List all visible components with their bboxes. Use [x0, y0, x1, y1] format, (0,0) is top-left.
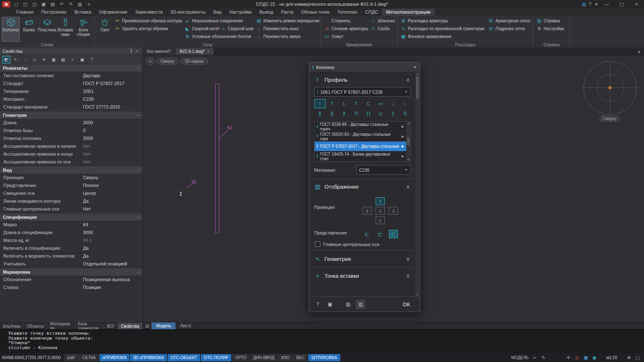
ribbon-tab-metal-structures[interactable]: Металлоконструкции — [382, 9, 434, 16]
command-line[interactable]: Укажите точку вставки колонны: Укажите к… — [0, 329, 644, 355]
help-button[interactable]: ▥ Справка — [536, 17, 567, 25]
ribbon-tab-point-clouds[interactable]: Облака точек — [298, 9, 334, 16]
property-section-header[interactable]: Реквизиты− — [0, 64, 142, 72]
pile-insert-button[interactable]: Вставка сваи — [56, 17, 74, 42]
apply-icon[interactable]: ✓ — [69, 56, 77, 64]
assembly-block-button[interactable]: Блок сборки — [74, 17, 92, 42]
scroll-up-icon[interactable]: ▲ — [407, 122, 410, 125]
app-logo-icon[interactable]: ▦ — [2, 1, 10, 7]
scroll-down-icon[interactable]: ▼ — [407, 159, 410, 161]
open-file-icon[interactable]: ◰ — [22, 1, 28, 7]
pin-tie-button[interactable]: ∩ Шпилька — [370, 17, 395, 25]
ribbon-tab-constraints[interactable]: Зависимости — [131, 9, 166, 16]
toggle-snap-step[interactable]: ШАГ — [64, 354, 78, 361]
toggle-ortho[interactable]: ОРТО — [232, 354, 249, 361]
filter-icon[interactable]: ▧ — [59, 56, 67, 64]
options-icon[interactable]: ▣ — [78, 56, 86, 64]
projection-left-icon[interactable]: ▯ — [362, 207, 372, 215]
save-all-icon[interactable]: ▣ — [40, 1, 47, 7]
expand-arrow-icon[interactable]: ▶ — [402, 144, 404, 148]
pick-object-icon[interactable]: ↖ — [12, 56, 20, 64]
help-icon[interactable]: ? — [88, 56, 96, 64]
profile-shape-channel[interactable]: С — [363, 99, 374, 108]
model-tab[interactable]: Модель — [152, 322, 175, 329]
property-section-header[interactable]: Маркировка− — [0, 268, 142, 276]
rebar-button[interactable]: ∙ Стержень — [324, 17, 368, 25]
property-value[interactable]: Позиционная выноска — [80, 276, 142, 284]
tab-project-manager[interactable]: Менеджер пр... — [47, 323, 75, 329]
property-value[interactable]: Да — [80, 245, 142, 252]
rebar-section-button[interactable]: ⊙ Сечение арматуры — [324, 25, 368, 33]
viewport-menu-control[interactable]: + — [146, 58, 154, 65]
expand-arrow-icon[interactable]: ▶ — [402, 125, 404, 128]
dialog-scrollbar[interactable]: ▲ ▼ — [415, 72, 419, 296]
property-value[interactable]: 0 — [80, 127, 142, 135]
customize-menu-icon[interactable]: ≡ — [86, 1, 92, 7]
profile-shape-sigma[interactable]: S — [400, 109, 411, 118]
undo-icon[interactable]: ↶ — [59, 1, 65, 7]
new-file-icon[interactable]: ▢ — [13, 1, 19, 7]
document-tab-active[interactable]: Ф21.9-1.dwg* × — [175, 48, 214, 55]
change-overlap-mode-button[interactable]: ▤ Изменить режим перекрытия — [256, 17, 318, 25]
selection-cycling-icon[interactable]: ◉ — [592, 355, 597, 360]
settings-button[interactable]: ⚙ Настройки — [536, 25, 567, 33]
expand-arrow-icon[interactable]: ▶ — [402, 135, 404, 138]
ribbon-tab-insert[interactable]: Вставка — [71, 9, 95, 16]
view-direction-control[interactable]: Сверху — [156, 58, 178, 65]
property-section-header[interactable]: Вид− — [0, 166, 142, 174]
rebar-mesh-button[interactable]: ⊞ Арматурная сетка — [488, 17, 530, 25]
move-up-button[interactable]: ↑ Переместить вверх — [256, 33, 318, 40]
minimize-button[interactable]: — — [599, 0, 614, 8]
layout-by-path-button[interactable]: ∿ Раскладка по произвольной траектории — [400, 25, 485, 33]
tab-element-base[interactable]: База элементов — [75, 323, 104, 329]
annotate-icon[interactable]: ✎ — [541, 355, 546, 360]
titlebar-dropdown-icon[interactable]: ▾ — [593, 1, 599, 7]
standard-item[interactable]: I ГОСТ 19425-74 - Балки двутавровые стал… — [315, 151, 406, 161]
ribbon-tab-topoplan[interactable]: Топоплан — [334, 9, 361, 16]
visual-style-control[interactable]: 2D-каркас — [180, 58, 208, 65]
dialog-titlebar[interactable]: I Колонна × — [309, 62, 420, 72]
profile-shape-channel-pair-out[interactable]: ][ — [314, 109, 326, 118]
quick-select-icon[interactable]: ◩ — [2, 56, 10, 64]
profile-shape-ibeam[interactable]: I — [314, 99, 326, 108]
property-section-header[interactable]: Геометрия− — [0, 111, 142, 119]
property-section-header[interactable]: Спецификация− — [0, 213, 142, 221]
notes-view-icon[interactable]: ▥ — [356, 300, 365, 309]
scrollbar-thumb[interactable] — [407, 138, 410, 145]
tab-properties[interactable]: Свойства — [118, 323, 142, 329]
property-value[interactable]: Отдельной позицией — [80, 260, 142, 268]
monitor-icon[interactable]: ▥ — [77, 1, 83, 7]
scrollbar-thumb[interactable] — [416, 76, 419, 99]
match-properties-icon[interactable]: ✦ — [40, 56, 48, 64]
profile-shape-ibeam-pair[interactable]: Ⅱ — [339, 109, 350, 118]
ribbon-tab-spds[interactable]: СПДС — [362, 9, 382, 16]
property-value[interactable]: К4 — [80, 221, 142, 229]
paper-space-icon[interactable]: ▱ — [532, 355, 537, 360]
tab-list-dropdown-icon[interactable]: ▾ — [634, 50, 644, 55]
help-icon[interactable]: ? — [587, 1, 593, 7]
arbitrary-contour-trim-button[interactable]: ✂ Произвольная обрезка контура — [115, 17, 182, 25]
ribbon-tab-build[interactable]: Построение — [38, 9, 70, 16]
mesh-trim-button[interactable]: ⊟ Подрезка сеток — [488, 25, 530, 33]
property-value[interactable]: С235 — [80, 96, 142, 103]
property-value[interactable]: 3000 — [80, 119, 142, 127]
wheel-view-label[interactable]: Сверху — [599, 116, 620, 122]
table-edit-icon[interactable]: ▦ — [50, 56, 58, 64]
standard-item[interactable]: I ГОСТ 8239-89 - Двутавры стальные горяч… — [315, 122, 406, 132]
profile-shape-hat[interactable]: ∏ — [363, 109, 374, 118]
profile-combobox[interactable]: I 10Б1 ГОСТ Р 57837-2017 С235 ▼ — [314, 87, 411, 97]
node-tool-button[interactable]: Узел — [96, 17, 114, 42]
profile-shape-u-bent[interactable]: П — [351, 109, 362, 118]
toggle-3d-osnap[interactable]: 3D оПРИВЯЗКА — [130, 354, 166, 361]
list-scrollbar[interactable]: ▲ ▼ — [406, 122, 410, 161]
background-reinforcement-button[interactable]: ▦ Фоновое армирование — [400, 33, 485, 40]
ok-button[interactable]: ОК — [397, 300, 416, 309]
toggle-lineweight[interactable]: ВЕС — [294, 354, 308, 361]
ribbon-tab-output[interactable]: Вывод — [256, 9, 277, 16]
representation-full-icon[interactable]: ⊏ — [389, 230, 398, 238]
ribbon-tab-3d-tools[interactable]: 3D-инструменты — [167, 9, 209, 16]
profile-section-header[interactable]: I Профиль ∧ — [309, 72, 415, 87]
profile-shape-channel-pair-in[interactable]: [] — [327, 109, 338, 118]
property-value[interactable]: 10Б1 — [80, 88, 142, 95]
license-monitor-icon[interactable]: ▥ — [581, 1, 587, 7]
